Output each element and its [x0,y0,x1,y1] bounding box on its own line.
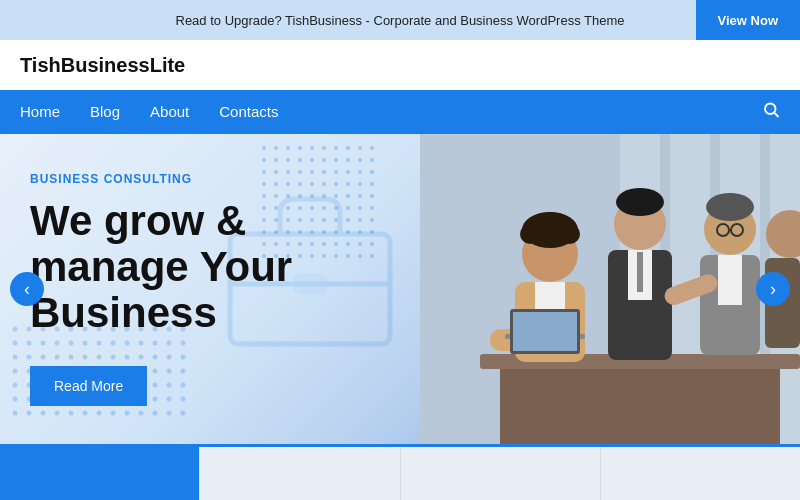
nav-item-about[interactable]: About [150,103,189,121]
svg-line-1 [774,113,778,117]
view-now-button[interactable]: View Now [696,0,800,40]
search-icon [762,101,780,119]
thumbnail-item-1[interactable] [0,447,200,500]
nav-links: Home Blog About Contacts [20,103,278,121]
svg-rect-38 [718,255,742,305]
thumbnail-item-2[interactable] [200,447,400,500]
hero-title-line2: manage Your Business [30,243,292,336]
svg-point-28 [616,188,664,216]
nav-link-blog[interactable]: Blog [90,103,120,120]
navigation: Home Blog About Contacts [0,90,800,134]
nav-item-home[interactable]: Home [20,103,60,121]
hero-subtitle: BUSINESS CONSULTING [30,172,450,186]
hero-title: We grow & manage Your Business [30,198,450,337]
svg-point-18 [520,224,540,244]
svg-point-20 [538,212,562,236]
carousel-next-button[interactable]: › [756,272,790,306]
nav-item-blog[interactable]: Blog [90,103,120,121]
nav-link-about[interactable]: About [150,103,189,120]
banner-text: Read to Upgrade? TishBusiness - Corporat… [176,13,625,28]
thumbnail-strip [0,444,800,500]
svg-rect-15 [500,369,780,444]
svg-point-33 [706,193,754,221]
read-more-button[interactable]: Read More [30,366,147,406]
nav-link-home[interactable]: Home [20,103,60,120]
svg-point-0 [765,104,776,115]
svg-rect-26 [513,312,577,351]
nav-item-contacts[interactable]: Contacts [219,103,278,121]
nav-link-contacts[interactable]: Contacts [219,103,278,120]
hero-title-line1: We grow & [30,197,246,244]
top-banner: Read to Upgrade? TishBusiness - Corporat… [0,0,800,40]
search-button[interactable] [762,101,780,124]
logo-bar: TishBusinessLite [0,40,800,90]
hero-content: BUSINESS CONSULTING We grow & manage You… [0,142,480,437]
carousel-prev-button[interactable]: ‹ [10,272,44,306]
svg-rect-31 [637,252,643,292]
hero-section: BUSINESS CONSULTING We grow & manage You… [0,134,800,444]
site-logo: TishBusinessLite [20,54,185,77]
thumbnail-item-3[interactable] [401,447,601,500]
thumbnail-item-4[interactable] [601,447,800,500]
svg-point-19 [560,224,580,244]
